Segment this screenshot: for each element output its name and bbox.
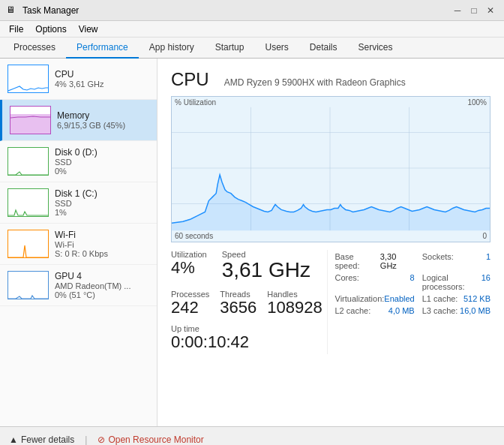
gpu-sub: AMD Radeon(TM) ... [55, 281, 149, 290]
memory-name: Memory [57, 110, 149, 121]
cores-value: 8 [410, 273, 415, 291]
cpu-name: CPU [55, 69, 149, 80]
disk1-sub: SSD [55, 199, 149, 208]
virt-row: Virtualization: Enabled [335, 293, 415, 304]
menu-options[interactable]: Options [29, 23, 72, 35]
title-text: Task Manager [22, 5, 79, 16]
sidebar-item-disk1[interactable]: Disk 1 (C:) SSD 1% [0, 182, 157, 224]
l1-value: 512 KB [464, 294, 490, 303]
disk0-name: Disk 0 (D:) [55, 147, 149, 158]
chart-label-time: 60 seconds [175, 232, 213, 240]
maximize-button[interactable]: □ [466, 4, 482, 17]
tab-performance[interactable]: Performance [66, 38, 139, 59]
sockets-value: 1 [486, 252, 490, 270]
sidebar-item-disk0[interactable]: Disk 0 (D:) SSD 0% [0, 141, 157, 182]
threads-value: 3656 [220, 299, 256, 317]
l1-label: L1 cache: [422, 294, 458, 303]
disk1-name: Disk 1 (C:) [55, 188, 149, 199]
tab-details[interactable]: Details [299, 38, 348, 59]
utilization-stat: Utilization 4% [171, 250, 207, 282]
sockets-row: Sockets: 1 [422, 251, 490, 271]
close-button[interactable]: ✕ [483, 4, 498, 17]
sidebar-item-memory[interactable]: Memory 6,9/15,3 GB (45%) [0, 100, 157, 141]
specs-grid: Base speed: 3,30 GHz Sockets: 1 Cores: 8… [335, 251, 491, 316]
chevron-up-icon: ▲ [9, 434, 18, 445]
processes-stat: Processes 242 [171, 290, 209, 317]
uptime-stat: Up time 0:00:10:42 [171, 324, 327, 351]
utilization-value: 4% [171, 259, 207, 277]
menu-view[interactable]: View [73, 23, 104, 35]
uptime-value: 0:00:10:42 [171, 333, 327, 351]
detail-title: CPU [171, 69, 209, 90]
virt-value: Enabled [384, 294, 414, 303]
chart-label-zero: 0 [482, 232, 487, 240]
stats-left: Utilization 4% Speed 3,61 GHz Processes … [171, 250, 327, 354]
wifi-info: Wi-Fi Wi-Fi S: 0 R: 0 Kbps [55, 230, 149, 258]
cores-label: Cores: [335, 273, 359, 291]
sidebar: CPU 4% 3,61 GHz Memory 6,9/15,3 GB (45%) [0, 59, 158, 426]
bottom-bar: ▲ Fewer details | ⊘ Open Resource Monito… [0, 426, 504, 445]
logical-row: Logical processors: 16 [422, 272, 490, 292]
cpu-sub: 4% 3,61 GHz [55, 80, 149, 89]
l3-row: L3 cache: 16,0 MB [422, 305, 490, 316]
base-speed-value: 3,30 GHz [380, 252, 415, 270]
cpu-chart: % Utilization 100% 60 seconds 0 [171, 96, 490, 242]
cpu-mini-graph [8, 65, 49, 93]
l1-row: L1 cache: 512 KB [422, 293, 490, 304]
gpu-name: GPU 4 [55, 271, 149, 281]
tab-processes[interactable]: Processes [3, 38, 66, 59]
sidebar-item-cpu[interactable]: CPU 4% 3,61 GHz [0, 59, 157, 100]
base-speed-row: Base speed: 3,30 GHz [335, 251, 415, 271]
sidebar-item-wifi[interactable]: Wi-Fi Wi-Fi S: 0 R: 0 Kbps [0, 224, 157, 265]
wifi-name: Wi-Fi [55, 230, 149, 240]
detail-panel: CPU AMD Ryzen 9 5900HX with Radeon Graph… [158, 59, 504, 426]
threads-stat: Threads 3656 [220, 290, 256, 317]
menu-bar: File Options View [0, 21, 504, 38]
tab-services[interactable]: Services [348, 38, 404, 59]
cores-row: Cores: 8 [335, 272, 415, 292]
minimize-button[interactable]: ─ [450, 4, 465, 17]
stats-right: Base speed: 3,30 GHz Sockets: 1 Cores: 8… [327, 250, 491, 354]
handles-label: Handles [267, 290, 322, 299]
fewer-details-button[interactable]: ▲ Fewer details [9, 434, 74, 445]
tab-app-history[interactable]: App history [139, 38, 205, 59]
disk1-mini-graph [8, 188, 49, 217]
memory-sub: 6,9/15,3 GB (45%) [57, 121, 149, 130]
open-resource-monitor-link[interactable]: ⊘ Open Resource Monitor [98, 434, 203, 445]
sidebar-item-gpu[interactable]: GPU 4 AMD Radeon(TM) ... 0% (51 °C) [0, 265, 157, 306]
detail-subtitle: AMD Ryzen 9 5900HX with Radeon Graphics [224, 77, 406, 88]
handles-value: 108928 [267, 299, 322, 317]
gpu-info: GPU 4 AMD Radeon(TM) ... 0% (51 °C) [55, 271, 149, 299]
app-icon: 🖥 [6, 5, 18, 17]
speed-stat: Speed 3,61 GHz [222, 250, 310, 282]
menu-file[interactable]: File [3, 23, 29, 35]
memory-mini-graph [10, 106, 51, 134]
wifi-pct: S: 0 R: 0 Kbps [55, 249, 149, 258]
tab-users[interactable]: Users [254, 38, 298, 59]
l3-value: 16,0 MB [460, 306, 490, 315]
disk0-mini-graph [8, 147, 49, 176]
virt-label: Virtualization: [335, 294, 385, 303]
cpu-info: CPU 4% 3,61 GHz [55, 69, 149, 89]
processes-value: 242 [171, 299, 209, 317]
threads-label: Threads [220, 290, 256, 299]
disk0-pct: 0% [55, 167, 149, 176]
title-bar: 🖥 Task Manager ─ □ ✕ [0, 0, 504, 21]
sockets-label: Sockets: [422, 252, 454, 270]
gpu-pct: 0% (51 °C) [55, 290, 149, 299]
speed-value: 3,61 GHz [222, 259, 310, 282]
detail-header: CPU AMD Ryzen 9 5900HX with Radeon Graph… [171, 69, 490, 90]
bottom-divider: | [85, 434, 87, 445]
memory-info: Memory 6,9/15,3 GB (45%) [57, 110, 149, 130]
disk1-info: Disk 1 (C:) SSD 1% [55, 188, 149, 217]
handles-stat: Handles 108928 [267, 290, 322, 317]
chart-label-100: 100% [467, 98, 487, 107]
chart-label-utilization: % Utilization [175, 98, 216, 107]
processes-label: Processes [171, 290, 209, 299]
title-buttons: ─ □ ✕ [450, 4, 498, 17]
tab-startup[interactable]: Startup [205, 38, 255, 59]
main-content: CPU 4% 3,61 GHz Memory 6,9/15,3 GB (45%) [0, 59, 504, 426]
disk0-info: Disk 0 (D:) SSD 0% [55, 147, 149, 176]
title-bar-left: 🖥 Task Manager [6, 5, 79, 17]
l2-label: L2 cache: [335, 306, 371, 315]
